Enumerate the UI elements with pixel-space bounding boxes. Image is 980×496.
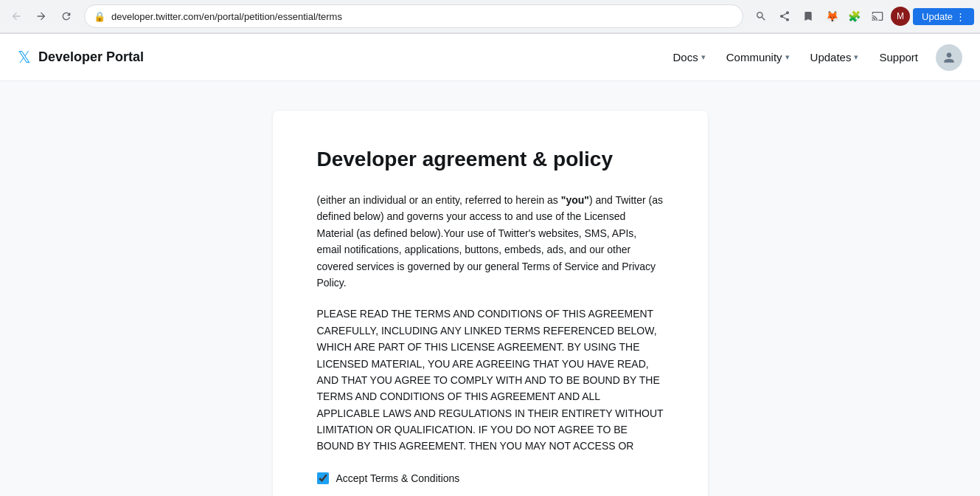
checkbox-label: Accept Terms & Conditions [336, 472, 460, 484]
extension-icon-1[interactable]: 🦊 [821, 6, 842, 27]
navbar: 𝕏 Developer Portal Docs ▾ Community ▾ Up… [0, 34, 980, 81]
browser-controls-bar: 🔒 developer.twitter.com/en/portal/petiti… [0, 0, 980, 33]
browser-actions: 🦊 🧩 M Update ⋮ [751, 6, 974, 27]
search-button[interactable] [751, 6, 771, 27]
updates-chevron-icon: ▾ [854, 52, 858, 62]
forward-button[interactable] [31, 6, 52, 27]
brand-logo-link[interactable]: 𝕏 Developer Portal [18, 48, 144, 67]
share-button[interactable] [774, 6, 795, 27]
cast-button[interactable] [867, 6, 888, 27]
profile-avatar[interactable]: M [891, 7, 910, 26]
intro-paragraph: (either an individual or an entity, refe… [317, 192, 664, 291]
terms-checkbox-row: Accept Terms & Conditions [317, 472, 664, 484]
nav-updates-label: Updates [810, 51, 852, 63]
nav-community-label: Community [726, 51, 782, 63]
nav-item-docs[interactable]: Docs ▾ [664, 45, 715, 69]
reload-button[interactable] [56, 6, 77, 27]
user-avatar[interactable] [936, 44, 962, 71]
docs-chevron-icon: ▾ [701, 52, 706, 62]
page-title: Developer agreement & policy [317, 148, 664, 171]
nav-item-updates[interactable]: Updates ▾ [802, 45, 868, 69]
address-bar[interactable]: 🔒 developer.twitter.com/en/portal/petiti… [84, 4, 743, 28]
nav-item-support[interactable]: Support [870, 45, 927, 69]
navbar-nav: Docs ▾ Community ▾ Updates ▾ Support [664, 44, 962, 71]
lock-icon: 🔒 [94, 11, 105, 22]
nav-support-label: Support [879, 51, 918, 63]
nav-docs-label: Docs [673, 51, 698, 63]
twitter-logo-icon: 𝕏 [18, 48, 31, 67]
nav-item-community[interactable]: Community ▾ [717, 45, 799, 69]
browser-chrome: 🔒 developer.twitter.com/en/portal/petiti… [0, 0, 980, 34]
content-card: Developer agreement & policy (either an … [273, 111, 708, 496]
update-button[interactable]: Update ⋮ [913, 8, 974, 25]
warning-paragraph: PLEASE READ THE TERMS AND CONDITIONS OF … [317, 306, 664, 455]
community-chevron-icon: ▾ [785, 52, 790, 62]
back-button[interactable] [6, 6, 27, 27]
brand-name: Developer Portal [38, 49, 144, 65]
main-content: Developer agreement & policy (either an … [0, 81, 980, 496]
terms-checkbox[interactable] [317, 472, 329, 484]
extension-icons: 🦊 🧩 [821, 6, 864, 27]
url-text: developer.twitter.com/en/portal/petition… [111, 11, 734, 22]
bookmark-button[interactable] [798, 6, 819, 27]
extension-icon-2[interactable]: 🧩 [844, 6, 864, 27]
